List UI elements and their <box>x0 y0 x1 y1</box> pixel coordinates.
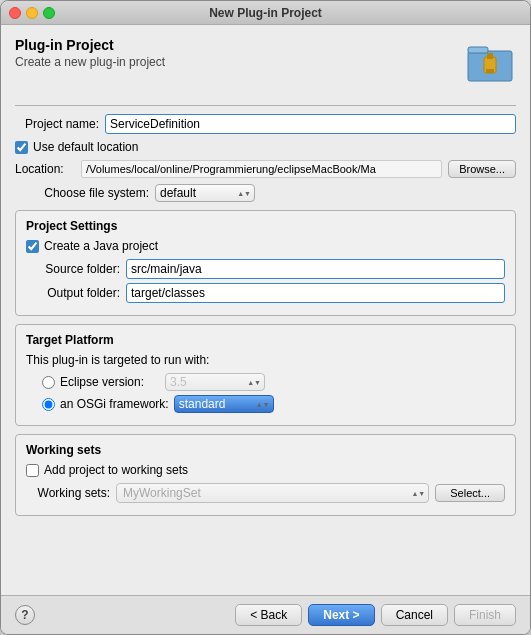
help-button[interactable]: ? <box>15 605 35 625</box>
osgi-radio[interactable] <box>42 398 55 411</box>
file-system-row: Choose file system: default <box>15 184 516 202</box>
header-section: Plug-in Project Create a new plug-in pro… <box>15 37 516 89</box>
window-title: New Plug-in Project <box>209 6 322 20</box>
help-area: ? <box>15 605 35 625</box>
working-sets-label: Working sets: <box>26 486 116 500</box>
svg-rect-3 <box>487 53 490 59</box>
location-row: Location: /Volumes/local/online/Programm… <box>15 160 516 178</box>
create-java-row: Create a Java project <box>26 239 505 253</box>
working-sets-section: Working sets Add project to working sets… <box>15 434 516 516</box>
source-folder-label: Source folder: <box>26 262 126 276</box>
nav-buttons: < Back Next > Cancel Finish <box>235 604 516 626</box>
add-working-sets-checkbox[interactable] <box>26 464 39 477</box>
file-system-select[interactable]: default <box>155 184 255 202</box>
target-platform-title: Target Platform <box>26 333 505 347</box>
bottom-bar: ? < Back Next > Cancel Finish <box>1 595 530 634</box>
project-settings-section: Project Settings Create a Java project S… <box>15 210 516 316</box>
working-sets-select-wrapper: MyWorkingSet <box>116 483 429 503</box>
project-name-input[interactable] <box>105 114 516 134</box>
finish-button[interactable]: Finish <box>454 604 516 626</box>
source-folder-row: Source folder: <box>26 259 505 279</box>
add-working-sets-label[interactable]: Add project to working sets <box>44 463 188 477</box>
output-folder-input[interactable] <box>126 283 505 303</box>
target-platform-section: Target Platform This plug-in is targeted… <box>15 324 516 426</box>
eclipse-version-select[interactable]: 3.5 <box>165 373 265 391</box>
eclipse-version-label[interactable]: Eclipse version: <box>60 375 160 389</box>
svg-rect-5 <box>486 69 494 73</box>
select-working-sets-button[interactable]: Select... <box>435 484 505 502</box>
cancel-button[interactable]: Cancel <box>381 604 448 626</box>
eclipse-version-select-wrapper: 3.5 <box>165 373 265 391</box>
close-button[interactable] <box>9 7 21 19</box>
add-to-working-sets-row: Add project to working sets <box>26 463 505 477</box>
working-sets-select[interactable]: MyWorkingSet <box>116 483 429 503</box>
osgi-row: an OSGi framework: standard <box>26 395 505 413</box>
use-default-location-label[interactable]: Use default location <box>33 140 138 154</box>
project-settings-title: Project Settings <box>26 219 505 233</box>
osgi-label[interactable]: an OSGi framework: <box>60 397 169 411</box>
create-java-label[interactable]: Create a Java project <box>44 239 158 253</box>
window: New Plug-in Project Plug-in Project Crea… <box>0 0 531 635</box>
title-bar: New Plug-in Project <box>1 1 530 25</box>
project-name-label: Project name: <box>15 117 105 131</box>
page-title: Plug-in Project <box>15 37 165 53</box>
eclipse-radio[interactable] <box>42 376 55 389</box>
browse-button[interactable]: Browse... <box>448 160 516 178</box>
minimize-button[interactable] <box>26 7 38 19</box>
file-system-select-wrapper: default <box>155 184 255 202</box>
project-name-row: Project name: <box>15 114 516 134</box>
maximize-button[interactable] <box>43 7 55 19</box>
svg-rect-4 <box>490 53 493 59</box>
eclipse-version-row: Eclipse version: 3.5 <box>26 373 505 391</box>
output-folder-label: Output folder: <box>26 286 126 300</box>
osgi-select-wrapper: standard <box>174 395 274 413</box>
divider <box>15 105 516 106</box>
header-text: Plug-in Project Create a new plug-in pro… <box>15 37 165 69</box>
svg-rect-1 <box>468 47 488 53</box>
main-content: Plug-in Project Create a new plug-in pro… <box>1 25 530 595</box>
working-sets-title: Working sets <box>26 443 505 457</box>
next-button[interactable]: Next > <box>308 604 374 626</box>
create-java-checkbox[interactable] <box>26 240 39 253</box>
plugin-icon <box>464 37 516 89</box>
traffic-lights <box>9 7 55 19</box>
output-folder-row: Output folder: <box>26 283 505 303</box>
file-system-label: Choose file system: <box>35 186 155 200</box>
target-platform-desc-row: This plug-in is targeted to run with: <box>26 353 505 367</box>
page-subtitle: Create a new plug-in project <box>15 55 165 69</box>
working-sets-select-row: Working sets: MyWorkingSet Select... <box>26 483 505 503</box>
location-path: /Volumes/local/online/Programmierung/ecl… <box>81 160 442 178</box>
source-folder-input[interactable] <box>126 259 505 279</box>
back-button[interactable]: < Back <box>235 604 302 626</box>
location-label: Location: <box>15 162 81 176</box>
use-default-location-checkbox[interactable] <box>15 141 28 154</box>
target-platform-description: This plug-in is targeted to run with: <box>26 353 209 367</box>
use-default-location-row: Use default location <box>15 140 516 154</box>
osgi-select[interactable]: standard <box>174 395 274 413</box>
